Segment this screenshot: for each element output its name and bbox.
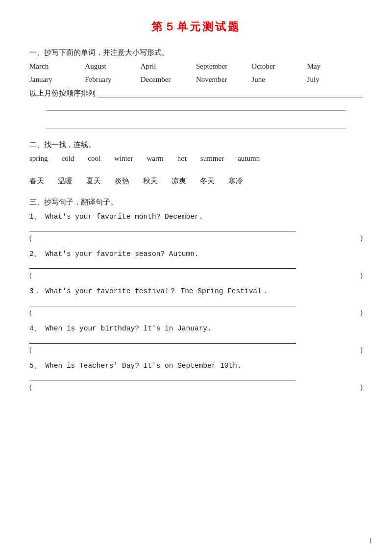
order-label-container: 以上月份按顺序排列	[29, 89, 363, 98]
sentence-block-1: 1、 What's your favorite month? December.…	[29, 212, 363, 242]
sentence-4-copy-line	[29, 334, 296, 344]
chinese-summer: 夏天	[86, 177, 101, 186]
chinese-cool: 凉爽	[172, 177, 186, 186]
section1-words-row1: March August April September October May	[29, 62, 363, 71]
sentence-5-english: When is Teachers' Day? It's on September…	[45, 362, 241, 370]
sentence-4-number: 4、	[29, 325, 41, 332]
blank-line-1	[46, 100, 346, 111]
word-may: May	[307, 62, 363, 71]
sentence-block-3: 3． What's your favorite festival？ The Sp…	[29, 286, 363, 317]
sentence-5-copy-line	[29, 371, 296, 381]
sentence-5-text: 5、 When is Teachers' Day? It's on Septem…	[29, 361, 363, 370]
word-july: July	[307, 76, 363, 84]
word-november: November	[196, 76, 251, 84]
sentence-3-translation: ( )	[29, 308, 363, 317]
word-september: September	[196, 62, 251, 71]
sentence-4-text: 4、 When is your birthday? It's in Januar…	[29, 324, 363, 333]
sentence-5-translation: ( )	[29, 383, 363, 391]
paren-close-3: )	[360, 308, 363, 317]
sentence-1-copy-line	[29, 222, 296, 232]
sentence-2-copy-line	[29, 259, 296, 269]
sentence-3-text: 3． What's your favorite festival？ The Sp…	[29, 286, 363, 296]
paren-close-2: )	[360, 271, 363, 279]
sentence-3-copy-line	[29, 297, 296, 306]
order-underline	[98, 89, 363, 98]
section2-english-words: spring cold cool winter warm hot summer …	[29, 154, 363, 163]
sentence-block-2: 2、 What's your favorite season? Autumn. …	[29, 249, 363, 279]
section-3: 三、抄写句子，翻译句子。 1、 What's your favorite mon…	[29, 198, 363, 391]
paren-close-4: )	[360, 346, 363, 354]
word-april: April	[141, 62, 196, 71]
paren-open-2: (	[29, 271, 32, 279]
chinese-spring: 春天	[29, 177, 44, 186]
word-december: December	[141, 76, 196, 84]
word-august: August	[85, 62, 140, 71]
paren-open-1: (	[29, 234, 32, 242]
word-march: March	[29, 62, 85, 71]
word-spring: spring	[29, 154, 48, 163]
section2-header: 二、找一找，连线。	[29, 140, 363, 150]
sentence-1-english: What's your favorite month? December.	[45, 213, 203, 221]
chinese-hot: 炎热	[115, 177, 129, 186]
sentence-1-number: 1、	[29, 213, 41, 221]
word-winter: winter	[114, 154, 133, 163]
sentence-1-text: 1、 What's your favorite month? December.	[29, 212, 363, 221]
section-1: 一、抄写下面的单词，并注意大小写形式。 March August April S…	[29, 48, 363, 128]
section2-chinese-words: 春天 温暖 夏天 炎热 秋天 凉爽 冬天 寒冷	[29, 177, 363, 186]
word-warm: warm	[147, 154, 163, 163]
blank-line-2	[46, 118, 346, 128]
sentence-2-text: 2、 What's your favorite season? Autumn.	[29, 249, 363, 258]
word-summer: summer	[200, 154, 224, 163]
chinese-cold: 寒冷	[228, 177, 243, 186]
sentence-block-5: 5、 When is Teachers' Day? It's on Septem…	[29, 361, 363, 391]
chinese-autumn: 秋天	[143, 177, 158, 186]
word-cold: cold	[62, 154, 74, 163]
chinese-warm: 温暖	[58, 177, 73, 186]
page-number: 1	[369, 537, 372, 545]
word-june: June	[251, 76, 307, 84]
word-cool: cool	[88, 154, 100, 163]
section-2: 二、找一找，连线。 spring cold cool winter warm h…	[29, 140, 363, 186]
paren-open-5: (	[29, 383, 32, 391]
page-title: 第５单元测试题	[29, 20, 363, 34]
paren-open-4: (	[29, 346, 32, 354]
word-january: January	[29, 76, 85, 84]
word-hot: hot	[177, 154, 187, 163]
section3-header: 三、抄写句子，翻译句子。	[29, 198, 363, 207]
sentence-2-number: 2、	[29, 250, 41, 258]
paren-open-3: (	[29, 308, 32, 317]
section1-header: 一、抄写下面的单词，并注意大小写形式。	[29, 48, 363, 57]
section1-words-row2: January February December November June …	[29, 76, 363, 84]
sentence-3-english: What's your favorite festival？ The Sprin…	[45, 287, 269, 295]
chinese-winter: 冬天	[200, 177, 215, 186]
sentence-2-translation: ( )	[29, 271, 363, 279]
paren-close-5: )	[360, 383, 363, 391]
word-october: October	[251, 62, 307, 71]
sentence-block-4: 4、 When is your birthday? It's in Januar…	[29, 324, 363, 354]
paren-close-1: )	[360, 234, 363, 242]
sentence-3-number: 3．	[29, 287, 41, 295]
sentence-2-english: What's your favorite season? Autumn.	[45, 250, 198, 258]
word-february: February	[85, 76, 140, 84]
sentence-1-translation: ( )	[29, 234, 363, 242]
order-label: 以上月份按顺序排列	[29, 89, 96, 98]
sentence-4-translation: ( )	[29, 346, 363, 354]
sentence-5-number: 5、	[29, 362, 41, 370]
word-autumn: autumn	[238, 154, 260, 163]
sentence-4-english: When is your birthday? It's in January.	[45, 325, 211, 332]
